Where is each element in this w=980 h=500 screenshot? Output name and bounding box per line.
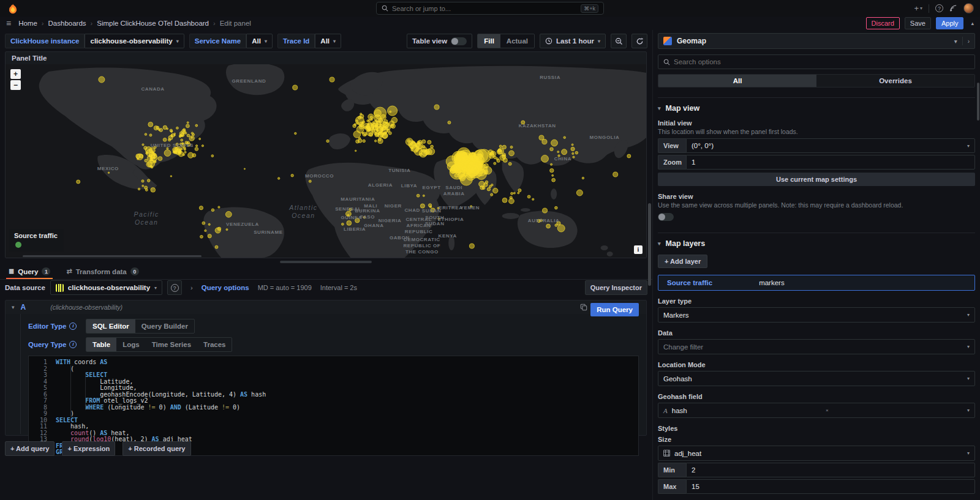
datasource-value: clickhouse-observability xyxy=(68,284,150,291)
options-tab-overrides[interactable]: Overrides xyxy=(816,75,974,87)
editor-type-sql-editor[interactable]: SQL Editor xyxy=(86,319,135,333)
chevron-down-icon: ▾ xyxy=(598,39,600,44)
query-type-traces[interactable]: Traces xyxy=(197,338,232,351)
sql-line: 1WITH coords AS xyxy=(29,359,638,366)
query-type-logs[interactable]: Logs xyxy=(116,338,145,351)
options-search-input[interactable] xyxy=(674,58,970,65)
query-type-time-series[interactable]: Time Series xyxy=(146,338,197,351)
string-field-icon: A xyxy=(663,407,668,414)
location-mode-select[interactable]: Geohash▾ xyxy=(658,371,975,386)
zoom-input[interactable]: 1 xyxy=(686,155,975,170)
map-zoom-in-button[interactable]: + xyxy=(10,69,21,79)
map-attribution-button[interactable]: i xyxy=(634,245,643,254)
tab-badge: 0 xyxy=(130,267,139,275)
max-input[interactable]: 15 xyxy=(686,479,975,494)
options-scrollbar[interactable] xyxy=(977,83,979,121)
geomap-icon xyxy=(663,37,672,45)
view-select[interactable]: (0°, 0°)▾ xyxy=(686,138,975,153)
refresh-button[interactable] xyxy=(631,34,647,48)
panel-type-header[interactable]: Geomap ▾ › xyxy=(658,33,975,49)
map-layers-section-header[interactable]: ▾ Map layers xyxy=(658,239,975,248)
map-zoom-out-button[interactable]: − xyxy=(10,80,21,90)
grafana-logo-icon[interactable] xyxy=(7,3,18,14)
map-country-label: DEMOCRATIC REPUBLIC OF THE CONGO xyxy=(403,237,440,255)
chevron-down-icon: ▾ xyxy=(967,312,970,318)
time-range-picker[interactable]: Last 1 hour ▾ xyxy=(540,34,606,48)
breadcrumb-item[interactable]: Home xyxy=(18,20,37,27)
info-icon[interactable]: i xyxy=(69,323,77,330)
variable-value-dropdown[interactable]: All▾ xyxy=(315,34,341,48)
panel-title[interactable]: Panel Title xyxy=(6,52,646,64)
query-options-link[interactable]: Query options xyxy=(202,284,249,291)
max-datapoints-info: MD = auto = 1909 xyxy=(258,284,312,291)
expression-button[interactable]: + Expression xyxy=(62,441,115,456)
layer-name[interactable]: Source traffic xyxy=(667,279,712,286)
map-country-label: AUSTRALIA xyxy=(528,218,560,224)
discard-button[interactable]: Discard xyxy=(866,17,900,29)
main-scrollbar[interactable] xyxy=(648,203,651,286)
min-label: Min xyxy=(658,463,686,477)
collapse-pane-icon[interactable]: › xyxy=(968,38,970,45)
apply-button[interactable]: Apply xyxy=(936,17,964,29)
map-layers-section: ▾ Map layers + Add layer Source traffic … xyxy=(658,233,975,500)
layer-item[interactable]: Source traffic markers xyxy=(658,275,975,291)
geomap-panel[interactable]: Panel Title xyxy=(5,51,647,258)
recorded-query-button[interactable]: + Recorded query xyxy=(123,441,190,456)
fill-option[interactable]: Fill xyxy=(478,34,500,48)
duplicate-icon[interactable] xyxy=(580,304,587,311)
breadcrumb-item[interactable]: Simple ClickHouse OTel Dashboard xyxy=(97,20,209,27)
run-query-button[interactable]: Run Query xyxy=(590,303,639,316)
geomap-canvas[interactable]: RUSSIACANADAGREENLANDKAZAKHSTANMONGOLIAC… xyxy=(6,64,646,258)
chevron-down-icon[interactable]: ▾ xyxy=(12,304,15,310)
query-type-table[interactable]: Table xyxy=(86,338,116,351)
zoom-out-time-button[interactable] xyxy=(611,34,627,48)
table-view-toggle[interactable] xyxy=(451,37,467,45)
save-button[interactable]: Save xyxy=(905,17,931,29)
editor-type-query-builder[interactable]: Query Builder xyxy=(135,319,194,333)
add-query-button[interactable]: + Add query xyxy=(5,441,55,456)
query-row-header[interactable]: ▾ A (clickhouse-observability) xyxy=(6,300,646,314)
actual-option[interactable]: Actual xyxy=(500,34,534,48)
chevron-down-icon: ▾ xyxy=(265,39,267,44)
chevron-right-icon[interactable]: › xyxy=(190,284,193,291)
data-select[interactable]: Change filter▾ xyxy=(658,339,975,354)
tab-transform-data[interactable]: ⇄Transform data0 xyxy=(64,267,141,279)
menu-icon[interactable]: ≡ xyxy=(6,18,11,28)
share-view-toggle[interactable] xyxy=(658,213,674,221)
search-input[interactable] xyxy=(392,5,577,12)
keyboard-shortcut: ⌘+k xyxy=(581,4,598,13)
clear-icon[interactable]: × xyxy=(826,408,829,413)
avatar[interactable] xyxy=(963,3,974,13)
map-country-label: LIBERIA xyxy=(344,226,366,233)
map-scrollbar[interactable] xyxy=(23,255,202,257)
add-new-button[interactable]: +▾ xyxy=(914,4,922,12)
map-view-section-header[interactable]: ▾ Map view xyxy=(658,104,975,113)
info-icon[interactable]: i xyxy=(69,341,77,348)
sql-line: 10SELECT xyxy=(29,417,638,424)
breadcrumb-item[interactable]: Edit panel xyxy=(220,20,251,27)
chevron-up-icon[interactable]: ▴ xyxy=(971,20,974,26)
map-country-label: CENTRAL AFRICAN REPUBLIC xyxy=(405,217,433,235)
min-input[interactable]: 2 xyxy=(686,463,975,477)
chevron-down-icon: ▾ xyxy=(658,241,661,247)
geohash-field-select[interactable]: Ahash×▾ xyxy=(658,403,975,418)
help-icon[interactable]: ? xyxy=(935,4,943,12)
layer-type-select[interactable]: Markers▾ xyxy=(658,307,975,323)
datasource-picker[interactable]: clickhouse-observability ▾ xyxy=(50,280,162,295)
variable-value-dropdown[interactable]: All▾ xyxy=(246,34,273,48)
clickhouse-icon xyxy=(56,284,64,292)
map-country-label: KENYA xyxy=(439,233,457,239)
use-current-map-settings-button[interactable]: Use current map settings xyxy=(658,173,975,186)
tab-query[interactable]: ≣Query1 xyxy=(6,267,53,279)
datasource-help-button[interactable]: ? xyxy=(167,280,182,295)
breadcrumb-item[interactable]: Dashboards xyxy=(48,20,86,27)
panel-resize-handle[interactable] xyxy=(280,261,372,263)
options-tab-all[interactable]: All xyxy=(658,75,816,87)
chevron-down-icon[interactable]: ▾ xyxy=(954,38,957,45)
size-field-select[interactable]: adj_heat▾ xyxy=(658,446,975,461)
max-label: Max xyxy=(658,479,686,494)
variable-value-dropdown[interactable]: clickhouse-observability▾ xyxy=(85,34,184,48)
add-layer-button[interactable]: + Add layer xyxy=(658,255,707,268)
news-icon[interactable] xyxy=(949,4,957,12)
query-inspector-button[interactable]: Query Inspector xyxy=(585,280,647,295)
